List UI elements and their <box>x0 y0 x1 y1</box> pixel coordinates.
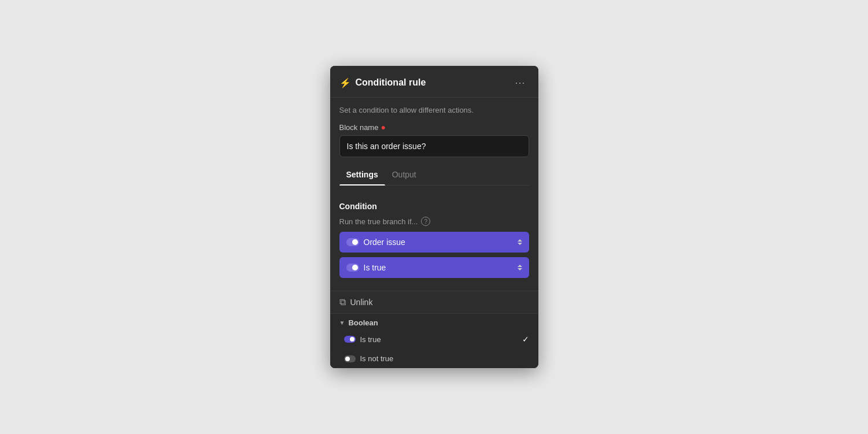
menu-item-is-true[interactable]: Is true ✓ <box>330 329 538 349</box>
help-icon[interactable]: ? <box>421 217 430 226</box>
group-chevron-icon: ▼ <box>339 320 345 326</box>
boolean-dropdown-menu: ▼ Boolean Is true ✓ Is not true <box>330 313 538 368</box>
settings-section: Condition Run the true branch if... ? Or… <box>330 194 538 291</box>
menu-group-header: ▼ Boolean <box>330 314 538 329</box>
unlink-row[interactable]: ⧉ Unlink <box>330 291 538 313</box>
panel-title: Conditional rule <box>356 77 426 88</box>
menu-item-is-not-true-label: Is not true <box>360 354 394 363</box>
tabs-container: Settings Output <box>339 165 529 186</box>
block-name-input[interactable] <box>339 135 529 157</box>
arrow-down-icon-2 <box>518 268 522 270</box>
dropdown2-arrow <box>518 265 522 270</box>
arrow-down-icon <box>518 243 522 245</box>
rule-icon: ⚡ <box>339 77 351 88</box>
unlink-label: Unlink <box>350 298 373 307</box>
toggle-icon-2 <box>346 264 359 272</box>
panel-header-left: ⚡ Conditional rule <box>339 77 426 88</box>
section-title: Condition <box>339 202 529 211</box>
menu-item-is-not-true[interactable]: Is not true <box>330 349 538 368</box>
dropdown2-value: Is true <box>364 263 386 272</box>
condition-description: Run the true branch if... ? <box>339 217 529 226</box>
menu-item-is-true-label: Is true <box>360 335 381 344</box>
panel-description: Set a condition to allow different actio… <box>339 106 529 114</box>
tab-settings[interactable]: Settings <box>339 165 385 185</box>
condition-operator-dropdown[interactable]: Is true <box>339 257 529 278</box>
tab-output[interactable]: Output <box>385 165 423 185</box>
required-indicator: ● <box>381 123 385 132</box>
conditional-rule-panel: ⚡ Conditional rule ⋯ Set a condition to … <box>330 66 538 368</box>
toggle-is-true <box>344 336 356 343</box>
unlink-icon: ⧉ <box>339 297 346 307</box>
arrow-up-icon-2 <box>518 265 522 267</box>
condition-field-dropdown[interactable]: Order issue <box>339 232 529 253</box>
more-options-button[interactable]: ⋯ <box>511 75 529 90</box>
dropdown1-arrow <box>518 239 522 245</box>
panel-header: ⚡ Conditional rule ⋯ <box>330 66 538 98</box>
toggle-icon-1 <box>346 238 359 246</box>
block-name-label: Block name ● <box>339 123 529 132</box>
toggle-is-not-true <box>344 355 356 362</box>
checkmark-icon: ✓ <box>522 335 529 344</box>
panel-body: Set a condition to allow different actio… <box>330 98 538 194</box>
menu-group-label: Boolean <box>348 318 378 327</box>
arrow-up-icon <box>518 239 522 242</box>
dropdown1-value: Order issue <box>364 238 405 247</box>
